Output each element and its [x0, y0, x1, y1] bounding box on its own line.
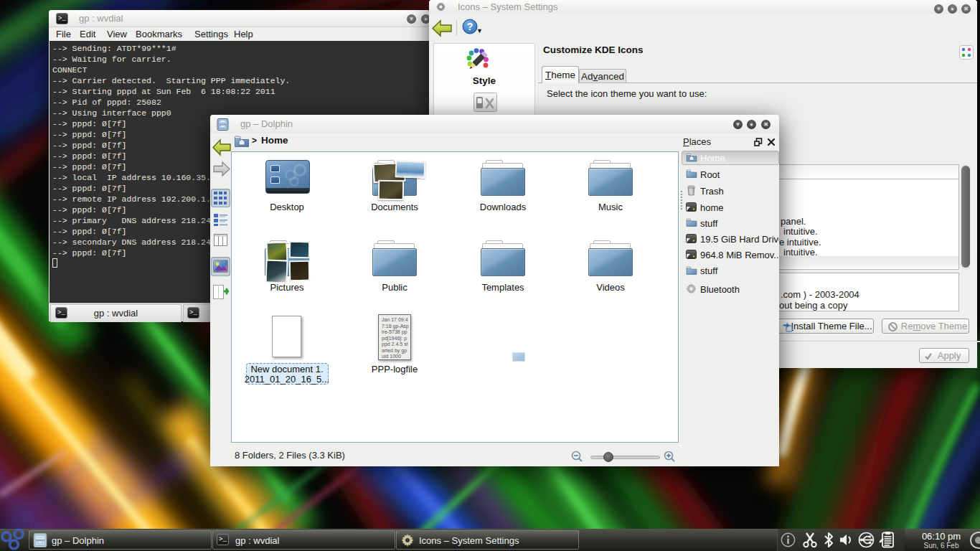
svg-text:?: ? — [467, 21, 473, 32]
